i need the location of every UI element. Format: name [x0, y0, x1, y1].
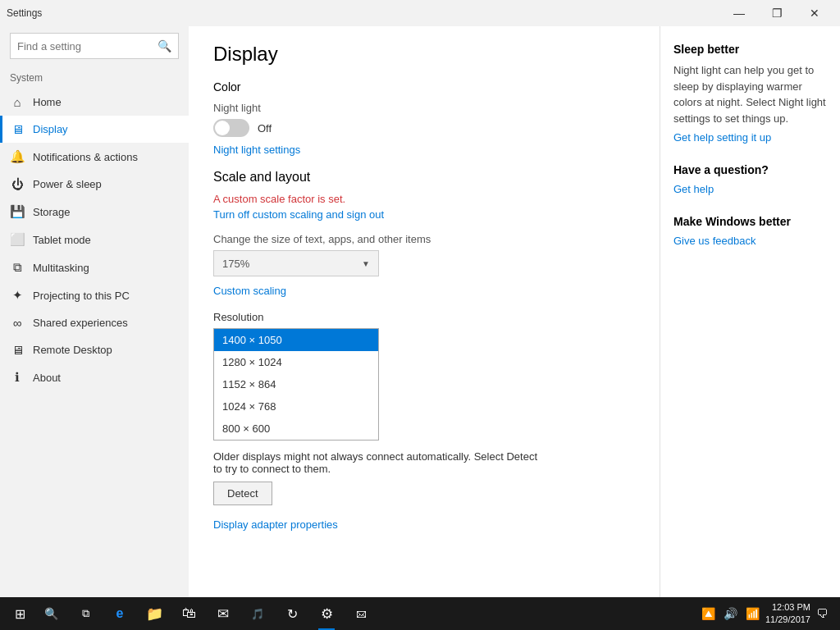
taskbar-item-media[interactable]: 🎵 [241, 597, 274, 630]
restore-button[interactable]: ❐ [758, 0, 796, 26]
adapter-properties-link[interactable]: Display adapter properties [213, 518, 338, 531]
sleep-title: Sleep better [673, 43, 827, 56]
sidebar-item-projecting[interactable]: ✦ Projecting to this PC [0, 281, 189, 309]
taskbar-item-edge[interactable]: e [103, 597, 136, 630]
taskbar-items: ⧉ e 📁 🛍 ✉ 🎵 ↻ ⚙ 🖂 [69, 597, 699, 630]
titlebar-controls: — ❐ ✕ [720, 0, 833, 26]
search-input[interactable] [17, 40, 158, 52]
tray-arrow-icon[interactable]: 🔼 [699, 607, 718, 620]
sleep-body: Night light can help you get to sleep by… [673, 62, 827, 126]
night-light-value: Off [258, 122, 272, 135]
sidebar-item-multitasking[interactable]: ⧉ Multitasking [0, 253, 189, 281]
night-light-settings-link[interactable]: Night light settings [213, 144, 300, 156]
sidebar-item-display[interactable]: 🖥 Display [0, 116, 189, 143]
tray-time: 12:03 PM [765, 601, 810, 614]
taskbar-tray: 🔼 🔊 📶 12:03 PM 11/29/2017 🗨 [699, 601, 837, 627]
question-title: Have a question? [673, 163, 827, 176]
tray-speaker-icon[interactable]: 🔊 [721, 607, 740, 620]
night-light-label: Night light [213, 102, 635, 114]
right-panel: Sleep better Night light can help you ge… [660, 26, 840, 597]
minimize-button[interactable]: — [720, 0, 758, 26]
power-icon: ⏻ [10, 177, 25, 191]
sidebar-item-storage-label: Storage [33, 206, 71, 218]
turn-off-link[interactable]: Turn off custom scaling and sign out [213, 208, 384, 221]
notifications-icon: 🔔 [10, 149, 25, 164]
search-icon: 🔍 [158, 39, 171, 52]
sidebar-item-home-label: Home [33, 96, 62, 108]
sidebar-item-projecting-label: Projecting to this PC [33, 290, 130, 302]
scale-layout-heading: Scale and layout [213, 170, 635, 185]
sidebar-item-power[interactable]: ⏻ Power & sleep [0, 171, 189, 198]
taskbar: ⊞ 🔍 ⧉ e 📁 🛍 ✉ 🎵 ↻ ⚙ 🖂 🔼 🔊 📶 12:03 PM 11/… [0, 597, 840, 630]
sidebar-item-about[interactable]: ℹ About [0, 363, 189, 391]
sidebar-item-notifications[interactable]: 🔔 Notifications & actions [0, 143, 189, 171]
custom-scale-warning: A custom scale factor is set. [213, 193, 635, 205]
taskbar-item-apps[interactable]: 🖂 [345, 597, 377, 630]
tablet-icon: ⬜ [10, 232, 25, 247]
sidebar-item-display-label: Display [33, 123, 68, 135]
size-dropdown[interactable]: 175% ▼ [213, 250, 379, 276]
detect-button[interactable]: Detect [213, 482, 272, 505]
taskbar-item-refresh[interactable]: ↻ [276, 597, 308, 630]
about-icon: ℹ [10, 370, 25, 385]
sidebar-item-remote[interactable]: 🖥 Remote Desktop [0, 336, 189, 363]
tray-clock[interactable]: 12:03 PM 11/29/2017 [765, 601, 810, 627]
resolution-item-4[interactable]: 800 × 600 [214, 418, 378, 440]
sidebar-item-multitasking-label: Multitasking [33, 262, 89, 274]
sidebar-item-shared-label: Shared experiences [33, 317, 128, 329]
storage-icon: 💾 [10, 204, 25, 219]
system-section-label: System [0, 69, 189, 89]
sidebar-item-home[interactable]: ⌂ Home [0, 89, 189, 116]
main-window: 🔍 System ⌂ Home 🖥 Display 🔔 Notification… [0, 26, 840, 597]
tray-network-icon[interactable]: 📶 [743, 607, 762, 620]
taskbar-item-store[interactable]: 🛍 [172, 597, 205, 630]
color-heading: Color [213, 80, 635, 94]
close-button[interactable]: ✕ [796, 0, 833, 26]
night-light-toggle[interactable] [213, 119, 249, 137]
taskbar-item-taskview[interactable]: ⧉ [69, 597, 102, 630]
sidebar-item-notifications-label: Notifications & actions [33, 151, 138, 163]
resolution-item-2[interactable]: 1152 × 864 [214, 373, 378, 395]
size-dropdown-arrow: ▼ [362, 259, 370, 268]
resolution-item-3[interactable]: 840 × 630 [214, 395, 378, 418]
get-help-link[interactable]: Get help [673, 183, 714, 195]
night-light-row: Off [213, 119, 635, 137]
sidebar-item-tablet-label: Tablet mode [33, 234, 91, 246]
right-section-feedback: Make Windows better Give us feedback [673, 215, 827, 247]
taskbar-item-mail[interactable]: ✉ [207, 597, 240, 630]
taskbar-search-button[interactable]: 🔍 [36, 597, 66, 630]
sidebar: 🔍 System ⌂ Home 🖥 Display 🔔 Notification… [0, 26, 189, 597]
taskbar-item-settings[interactable]: ⚙ [310, 597, 343, 630]
titlebar: Settings — ❐ ✕ [0, 0, 840, 26]
shared-icon: ∞ [10, 316, 25, 330]
start-button[interactable]: ⊞ [3, 597, 36, 630]
projecting-icon: ✦ [10, 288, 25, 303]
display-icon: 🖥 [10, 122, 25, 136]
sidebar-item-about-label: About [33, 372, 61, 384]
size-dropdown-container: 175% ▼ [213, 250, 379, 276]
custom-scaling-link[interactable]: Custom scaling [213, 285, 286, 297]
toggle-thumb [215, 121, 230, 135]
resolution-item-1[interactable]: 1280 × 1024 [214, 351, 378, 373]
resolution-item-0[interactable]: 1400 × 1050 [214, 329, 378, 351]
sidebar-item-tablet[interactable]: ⬜ Tablet mode [0, 226, 189, 253]
page-title: Display [213, 43, 635, 66]
resolution-label: Resolution [213, 311, 635, 323]
multitasking-icon: ⧉ [10, 260, 25, 275]
get-help-setup-link[interactable]: Get help setting it up [673, 131, 771, 144]
remote-icon: 🖥 [10, 343, 25, 357]
search-box[interactable]: 🔍 [10, 33, 179, 59]
taskbar-item-explorer[interactable]: 📁 [138, 597, 171, 630]
right-section-sleep: Sleep better Night light can help you ge… [673, 43, 827, 144]
sidebar-item-storage[interactable]: 💾 Storage [0, 198, 189, 226]
feedback-title: Make Windows better [673, 215, 827, 228]
sidebar-item-remote-label: Remote Desktop [33, 344, 112, 356]
give-feedback-link[interactable]: Give us feedback [673, 235, 756, 247]
sidebar-item-shared[interactable]: ∞ Shared experiences [0, 309, 189, 336]
right-section-question: Have a question? Get help [673, 163, 827, 195]
tray-notification-icon[interactable]: 🗨 [814, 607, 830, 620]
detect-description: Older displays might not always connect … [213, 450, 541, 475]
resolution-section: Resolution 1400 × 1050 1280 × 1024 1152 … [213, 311, 635, 441]
home-icon: ⌂ [10, 95, 25, 109]
change-size-label: Change the size of text, apps, and other… [213, 233, 635, 245]
